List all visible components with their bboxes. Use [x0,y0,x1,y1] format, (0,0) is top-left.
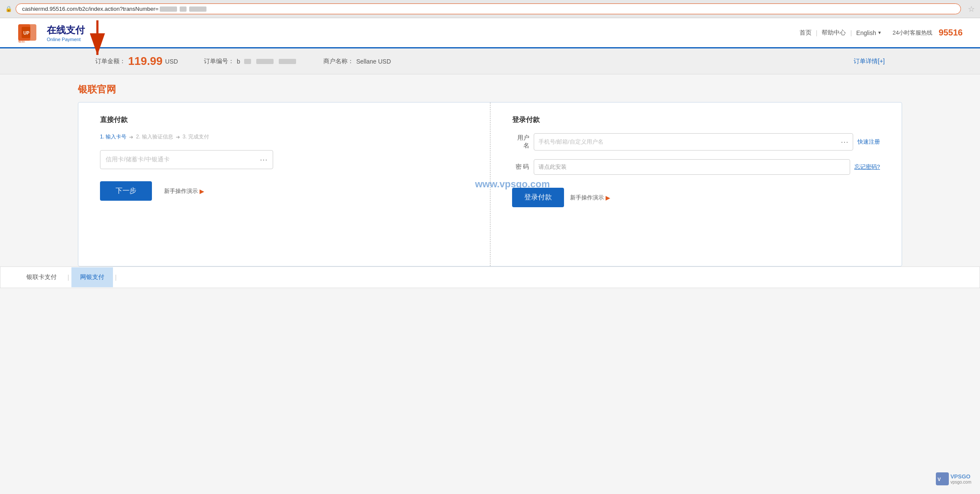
chevron-down-icon: ▼ [877,30,882,35]
browser-chrome: 🔒 cashiermd.95516.com/b2c/index.action?t… [0,0,980,18]
merchant-label: 商户名称： [323,58,354,65]
tab-sep-2: | [113,274,119,281]
direct-payment-actions: 下一步 新手操作演示 ▶ [100,181,468,201]
steps-row: 1. 输入卡号 ➜ 2. 输入验证信息 ➜ 3. 完成支付 [100,133,468,141]
order-no-redacted-3 [279,59,296,64]
card-input-placeholder: 信用卡/储蓄卡/中银通卡 [106,156,260,164]
play-icon-2: ▶ [606,194,610,201]
hotline-number: 95516 [938,28,963,38]
username-label: 用户名 [512,134,529,150]
order-no-redacted-1 [244,59,251,64]
tab-sep-1: | [65,274,71,281]
nav-help-link[interactable]: 帮助中心 [822,29,846,37]
login-pay-button[interactable]: 登录付款 [512,188,564,207]
login-payment-section: 登录付款 用户名 手机号/邮箱/自定义用户名 ⋯ 快速注册 密 码 请点此安装 [490,103,902,266]
step-1: 1. 输入卡号 [100,133,126,141]
tab-online-banking[interactable]: 网银支付 [71,267,113,287]
tab-online-banking-label: 网银支付 [80,273,104,280]
page-content: 银联官网 直接付款 1. 输入卡号 ➜ 2. 输入验证信息 ➜ 3. 完成支付 … [0,74,980,297]
next-step-button[interactable]: 下一步 [100,181,152,201]
logo-en-text: Online Payment [47,37,85,42]
login-payment-title: 登录付款 [512,115,880,125]
url-text: cashiermd.95516.com/b2c/index.action?tra… [22,6,158,12]
url-redacted-1 [160,6,177,12]
order-info-bar: 订单金额： 119.99 USD 订单编号： b 商户名称： Sellane U… [0,48,980,74]
login-btn-row: 登录付款 新手操作演示 ▶ [512,188,880,207]
order-no-redacted-2 [256,59,274,64]
tab-unionpay-card-label: 银联卡支付 [26,273,57,280]
step-3: 3. 完成支付 [183,133,209,141]
play-icon: ▶ [200,188,204,195]
url-redacted-3 [189,6,206,12]
tab-unionpay-card[interactable]: 银联卡支付 [18,267,65,287]
password-label: 密 码 [512,163,529,171]
order-detail-link[interactable]: 订单详情[+] [854,58,885,65]
step-2: 2. 输入验证信息 [136,133,173,141]
direct-demo-label: 新手操作演示 [164,187,198,195]
step-arrow-2: ➜ [176,134,180,140]
password-input-wrapper[interactable]: 请点此安装 [534,159,850,175]
card-scan-icon[interactable]: ⋯ [260,155,268,164]
login-demo-label: 新手操作演示 [570,194,604,202]
card-input-wrapper[interactable]: 信用卡/储蓄卡/中银通卡 ⋯ [100,150,273,169]
svg-text:UP: UP [23,31,29,35]
url-bar[interactable]: cashiermd.95516.com/b2c/index.action?tra… [16,3,961,14]
username-placeholder: 手机号/邮箱/自定义用户名 [538,138,841,146]
header-nav: 首页 | 帮助中心 | English ▼ 24小时客服热线 95516 [799,28,963,38]
language-dropdown[interactable]: English ▼ [856,29,882,36]
username-input-wrapper[interactable]: 手机号/邮箱/自定义用户名 ⋯ [534,133,854,151]
nav-sep-2: | [850,29,852,36]
order-no-value: b [237,58,240,65]
nav-home-link[interactable]: 首页 [799,29,812,37]
login-demo-link[interactable]: 新手操作演示 ▶ [570,194,610,202]
order-no-label: 订单编号： [204,58,234,65]
order-number-item: 订单编号： b [204,58,297,65]
union-official-label: 银联官网 [78,83,902,96]
arrow-annotation-svg [80,18,115,61]
lang-label: English [856,29,876,36]
payment-panel-wrapper: 直接付款 1. 输入卡号 ➜ 2. 输入验证信息 ➜ 3. 完成支付 信用卡/储… [78,102,902,266]
username-row: 用户名 手机号/邮箱/自定义用户名 ⋯ 快速注册 [512,133,880,151]
logo-cn-text: 在线支付 [47,24,85,37]
unionpay-logo-icon: UP 银联 [17,22,43,43]
svg-text:银联: 银联 [18,39,25,43]
site-header: UP 银联 在线支付 Online Payment 首页 | 帮助中心 | En… [0,18,980,48]
step-arrow-1: ➜ [129,134,133,140]
merchant-name: Sellane USD [356,58,391,65]
keyboard-icon[interactable]: ⋯ [841,137,848,147]
lock-icon: 🔒 [5,6,12,12]
merchant-name-item: 商户名称： Sellane USD [323,58,391,65]
hotline-label: 24小时客服热线 [893,29,932,37]
password-install-text: 请点此安装 [538,163,567,171]
logo-area: UP 银联 在线支付 Online Payment [17,22,85,43]
direct-payment-title: 直接付款 [100,115,468,125]
bottom-tabs: 银联卡支付 | 网银支付 | [0,266,980,288]
direct-payment-section: 直接付款 1. 输入卡号 ➜ 2. 输入验证信息 ➜ 3. 完成支付 信用卡/储… [78,103,490,266]
bookmark-icon[interactable]: ☆ [968,4,975,14]
password-row: 密 码 请点此安装 忘记密码? [512,159,880,175]
nav-sep-1: | [816,29,818,36]
url-redacted-2 [180,6,187,12]
forgot-password-link[interactable]: 忘记密码? [854,163,880,171]
payment-panel: 直接付款 1. 输入卡号 ➜ 2. 输入验证信息 ➜ 3. 完成支付 信用卡/储… [78,102,902,266]
quick-register-link[interactable]: 快速注册 [858,138,880,146]
direct-demo-link[interactable]: 新手操作演示 ▶ [164,187,204,195]
order-amount-value: 119.99 [128,55,163,68]
order-amount-currency: USD [165,58,178,65]
logo-text: 在线支付 Online Payment [47,24,85,42]
